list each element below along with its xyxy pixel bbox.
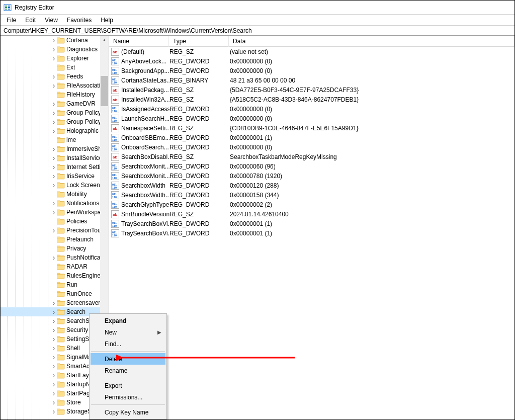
tree-item[interactable]: ›ImmersiveShell	[1, 144, 104, 153]
value-row[interactable]: 011110AnyAboveLock...REG_DWORD0x00000000…	[109, 56, 514, 66]
menu-favorites[interactable]: Favorites	[63, 16, 96, 25]
tree-item[interactable]: ›Holographic	[1, 126, 104, 135]
chevron-right-icon[interactable]: ›	[51, 363, 57, 369]
tree-item[interactable]: ›InstallService	[1, 153, 104, 162]
tree-item[interactable]: ›Search	[1, 307, 104, 316]
tree-item[interactable]: Mobility	[1, 190, 104, 199]
value-row[interactable]: 011110LaunchSearchH...REG_DWORD0x0000000…	[109, 114, 514, 123]
chevron-right-icon[interactable]: ›	[51, 182, 57, 188]
ctx-find[interactable]: Find...	[91, 338, 165, 350]
chevron-right-icon[interactable]: ›	[51, 336, 57, 342]
menu-file[interactable]: File	[3, 16, 20, 25]
chevron-right-icon[interactable]: ›	[51, 37, 57, 43]
chevron-right-icon[interactable]: ›	[51, 82, 57, 89]
chevron-right-icon[interactable]: ›	[51, 73, 57, 79]
tree-item[interactable]: ›SearchSettings	[1, 316, 104, 325]
value-row[interactable]: 011110SearchboxMonit...REG_DWORD0x000007…	[109, 171, 514, 181]
col-data[interactable]: Data	[229, 36, 514, 47]
value-row[interactable]: 011110IsAssignedAccessREG_DWORD0x0000000…	[109, 104, 514, 114]
value-row[interactable]: 011110SearchboxWidthREG_DWORD0x00000120 …	[109, 181, 514, 190]
ctx-permissions[interactable]: Permissions...	[91, 391, 165, 403]
tree-item[interactable]: ›SignalManager	[1, 353, 104, 362]
value-row[interactable]: 011110TraySearchBoxVi...REG_DWORD0x00000…	[109, 219, 514, 228]
chevron-right-icon[interactable]: ›	[51, 146, 57, 152]
tree-item[interactable]: ›Shell	[1, 344, 104, 353]
chevron-right-icon[interactable]: ›	[51, 345, 57, 351]
value-row[interactable]: abSearchBoxDisabl...REG_SZSearchboxTaskb…	[109, 152, 514, 161]
tree-item[interactable]: ›StartPage	[1, 389, 104, 398]
chevron-right-icon[interactable]: ›	[51, 227, 57, 233]
chevron-right-icon[interactable]: ›	[51, 128, 57, 134]
address-bar[interactable]: Computer\HKEY_CURRENT_USER\SOFTWARE\Micr…	[1, 26, 514, 36]
chevron-right-icon[interactable]: ›	[51, 300, 57, 306]
chevron-right-icon[interactable]: ›	[51, 101, 57, 107]
menu-view[interactable]: View	[41, 16, 62, 25]
tree-item[interactable]: Privacy	[1, 244, 104, 253]
ctx-new[interactable]: New ▶	[91, 326, 165, 338]
tree-item[interactable]: ›Lock Screen	[1, 181, 104, 190]
tree-item[interactable]: ›FileAssociations	[1, 81, 104, 90]
chevron-right-icon[interactable]: ›	[51, 327, 57, 333]
value-row[interactable]: 011110TraySearchBoxVi...REG_DWORD0x00000…	[109, 228, 514, 238]
tree-item[interactable]: FileHistory	[1, 90, 104, 99]
value-row[interactable]: abInstalledPackag...REG_SZ{5DA772E5-B0F3…	[109, 85, 514, 95]
chevron-right-icon[interactable]: ›	[51, 119, 57, 125]
tree-item[interactable]: ›GameDVR	[1, 99, 104, 108]
value-row[interactable]: abSnrBundleVersionREG_SZ2024.01.14.42610…	[109, 209, 514, 219]
value-row[interactable]: abInstalledWin32A...REG_SZ{A518C5C2-AC8B…	[109, 95, 514, 104]
chevron-right-icon[interactable]: ›	[51, 390, 57, 396]
chevron-right-icon[interactable]: ›	[51, 372, 57, 378]
tree-item[interactable]: RADAR	[1, 262, 104, 271]
tree-item[interactable]: ›SmartActionPlatform	[1, 362, 104, 371]
col-type[interactable]: Type	[169, 36, 229, 47]
chevron-right-icon[interactable]: ›	[51, 200, 57, 206]
chevron-right-icon[interactable]: ›	[51, 381, 57, 387]
menu-edit[interactable]: Edit	[21, 16, 40, 25]
tree-item[interactable]: ›Explorer	[1, 54, 104, 63]
tree-item[interactable]: ›PenWorkspace	[1, 208, 104, 217]
tree-item[interactable]: ›SettingSync	[1, 334, 104, 344]
chevron-right-icon[interactable]: ›	[51, 318, 57, 324]
menu-help[interactable]: Help	[97, 16, 117, 25]
value-row[interactable]: 011110SearchboxWidth...REG_DWORD0x000001…	[109, 190, 514, 200]
value-row[interactable]: 011110SearchGlyphTypeREG_DWORD0x00000002…	[109, 200, 514, 209]
value-row[interactable]: 011110BackgroundApp...REG_DWORD0x0000000…	[109, 66, 514, 75]
ctx-expand[interactable]: Expand	[91, 315, 165, 326]
ctx-export[interactable]: Export	[91, 380, 165, 391]
tree-item[interactable]: ›PushNotifications	[1, 253, 104, 262]
tree-item[interactable]: RulesEngine	[1, 271, 104, 280]
tree-item[interactable]: ime	[1, 135, 104, 144]
value-row[interactable]: 011110SearchboxMonit...REG_DWORD0x000000…	[109, 161, 514, 171]
tree-item[interactable]: ›Screensavers	[1, 298, 104, 307]
chevron-right-icon[interactable]: ›	[51, 55, 57, 61]
chevron-right-icon[interactable]: ›	[51, 110, 57, 116]
value-row[interactable]: abNamespaceSetti...REG_SZ{CD810DB9-1C0E-…	[109, 123, 514, 133]
chevron-right-icon[interactable]: ›	[51, 309, 57, 315]
tree-item[interactable]: ›Store	[1, 398, 104, 407]
col-name[interactable]: Name	[109, 36, 169, 47]
ctx-delete[interactable]: Delete	[91, 353, 165, 365]
chevron-right-icon[interactable]: ›	[51, 408, 57, 414]
tree-item[interactable]: Run	[1, 280, 104, 289]
chevron-right-icon[interactable]: ›	[51, 209, 57, 215]
value-row[interactable]: 011110OnboardSearch...REG_DWORD0x0000000…	[109, 142, 514, 152]
tree-item[interactable]: ›StartupNotify	[1, 380, 104, 389]
chevron-right-icon[interactable]: ›	[51, 155, 57, 161]
tree-item[interactable]: Ext	[1, 63, 104, 72]
chevron-right-icon[interactable]: ›	[51, 255, 57, 261]
chevron-right-icon[interactable]: ›	[51, 354, 57, 360]
value-row[interactable]: ab(Default)REG_SZ(value not set)	[109, 47, 514, 56]
chevron-right-icon[interactable]: ›	[51, 399, 57, 405]
scroll-up-icon[interactable]: ▲	[100, 36, 109, 44]
tree-item[interactable]: ›IrisService	[1, 172, 104, 181]
ctx-copy-key-name[interactable]: Copy Key Name	[91, 406, 165, 418]
tree-item[interactable]: RunOnce	[1, 289, 104, 298]
ctx-rename[interactable]: Rename	[91, 365, 165, 376]
tree-item[interactable]: ›Diagnostics	[1, 45, 104, 54]
tree-item[interactable]: ›StartLayout	[1, 371, 104, 380]
tree-item[interactable]: Prelaunch	[1, 235, 104, 244]
tree-item[interactable]: ›Group Policy	[1, 108, 104, 117]
tree-item[interactable]: ›Internet Settings	[1, 162, 104, 172]
chevron-right-icon[interactable]: ›	[51, 173, 57, 179]
tree-item[interactable]: ›PrecisionTouchPad	[1, 226, 104, 235]
